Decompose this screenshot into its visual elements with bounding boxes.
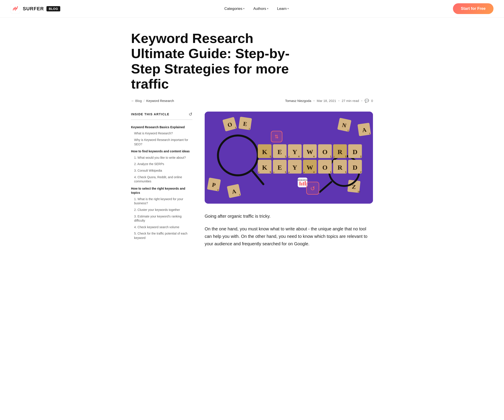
chevron-down-icon: ▾ [288,7,289,10]
comment-icon: 💬 [365,99,369,103]
svg-text:A: A [362,127,367,133]
toc-item-select-5[interactable]: 5. Check for the traffic potential of ea… [131,230,192,241]
toc-item-select-1[interactable]: 1. What is the right keyword for your bu… [131,196,192,207]
toc-section-basics[interactable]: Keyword Research Basics Explained [131,123,192,130]
scroll-to-top-icon[interactable]: ↺ [189,112,192,117]
toc-item-1[interactable]: 1. What would you like to write about? [131,155,192,161]
svg-text:4: 4 [288,171,289,173]
breadcrumb-current: Keyword Research [146,99,174,103]
svg-text:4: 4 [313,155,315,158]
toc-section-find[interactable]: How to find keywords and content ideas [131,147,192,155]
breadcrumb-blog-link[interactable]: ← Blog [131,99,142,103]
svg-text:1: 1 [334,156,335,158]
svg-text:D: D [353,164,357,171]
svg-text:Y: Y [292,164,297,171]
hero-image: O 1 E 1 N 1 A [205,112,373,204]
breadcrumb: ← Blog / Keyword Research [131,99,174,103]
toc-header: INSIDE THIS ARTICLE ↺ [131,112,192,120]
nav-learn[interactable]: Learn ▾ [274,5,292,13]
logo-text: SURFER [23,6,44,12]
toc-item-3[interactable]: 3. Consult Wikipedia [131,167,192,174]
svg-text:W: W [306,148,313,156]
article-body: INSIDE THIS ARTICLE ↺ Keyword Research B… [131,112,373,253]
svg-text:1: 1 [330,170,331,173]
svg-text:5: 5 [270,170,271,173]
nav-links: Categories ▾ Authors ▾ Learn ▾ [221,5,292,13]
start-for-free-button[interactable]: Start for Free [453,3,493,14]
svg-text:2: 2 [288,156,289,158]
read-time: 27 min read [342,99,359,103]
hero-svg: O 1 E 1 N 1 A [205,112,373,204]
svg-text:R: R [337,164,342,171]
svg-text:RESEARCH: RESEARCH [298,179,307,181]
chevron-down-icon: ▾ [243,7,245,10]
svg-rect-84 [303,182,304,185]
toc-item-select-3[interactable]: 3. Estimate your keyword's ranking diffi… [131,213,192,224]
toc-item-select-2[interactable]: 2. Cluster your keywords together [131,207,192,213]
svg-text:4: 4 [304,171,305,173]
svg-text:⇅: ⇅ [275,134,278,140]
svg-text:↺: ↺ [310,185,315,192]
nav-categories[interactable]: Categories ▾ [221,5,248,13]
svg-text:Y: Y [292,148,297,156]
surfer-logo-icon [11,4,20,14]
breadcrumb-separator: / [144,99,144,103]
article-title: Keyword Research Ultimate Guide: Step-by… [131,31,311,92]
blog-badge: BLOG [47,6,60,11]
svg-text:K: K [262,164,267,171]
svg-text:1: 1 [345,155,347,158]
article-meta-row: ← Blog / Keyword Research Tomasz Niezgod… [131,99,373,103]
svg-text:1: 1 [285,155,286,158]
toc-sidebar: INSIDE THIS ARTICLE ↺ Keyword Research B… [131,112,192,241]
comment-count: 0 [371,99,373,103]
toc-item-2[interactable]: 2. Analyze the SERPs [131,161,192,167]
intro-paragraph-1: Going after organic traffic is tricky. [205,213,373,220]
svg-text:4: 4 [298,155,300,158]
svg-rect-82 [300,182,301,185]
nav-authors[interactable]: Authors ▾ [250,5,272,13]
nav-logo-area: SURFER BLOG [11,4,60,14]
svg-text:4: 4 [313,170,315,173]
chevron-down-icon: ▾ [267,7,268,10]
svg-text:1: 1 [345,170,347,173]
svg-text:K: K [262,148,267,156]
article-info: Tomasz Niezgoda • Mar 18, 2021 • 27 min … [285,99,373,103]
toc-item-select-4[interactable]: 4. Check keyword search volume [131,224,192,231]
toc-item-why-important[interactable]: Why is Keyword Research important for SE… [131,137,192,147]
navigation: SURFER BLOG Categories ▾ Authors ▾ Learn… [0,0,504,18]
article-date: Mar 18, 2021 [317,99,336,103]
svg-text:R: R [337,148,342,156]
toc-item-what-is[interactable]: What is Keyword Research? [131,130,192,137]
svg-text:10: 10 [357,190,360,193]
svg-text:1: 1 [285,170,286,173]
svg-text:O: O [322,164,328,171]
svg-text:1: 1 [273,171,274,173]
svg-text:1: 1 [330,155,331,158]
page-container: Keyword Research Ultimate Guide: Step-by… [120,18,384,270]
svg-text:2: 2 [360,170,361,173]
svg-text:8: 8 [258,171,259,173]
intro-paragraph-2: On the one hand, you must know what to w… [205,225,373,248]
svg-text:5: 5 [270,155,271,158]
svg-text:D: D [353,148,357,156]
toc-list: Keyword Research Basics Explained What i… [131,123,192,241]
author-name: Tomasz Niezgoda [285,99,311,103]
article-main: O 1 E 1 N 1 A [205,112,373,253]
svg-text:W: W [306,164,313,171]
toc-section-select[interactable]: How to select the right keywords and top… [131,185,192,196]
svg-text:O: O [322,148,328,156]
svg-rect-85 [305,181,306,185]
svg-rect-83 [301,183,302,185]
svg-text:E: E [277,148,282,156]
article-intro: Going after organic traffic is tricky. O… [205,213,373,248]
svg-text:2: 2 [360,155,361,158]
toc-title: INSIDE THIS ARTICLE [131,112,169,116]
svg-text:E: E [277,164,282,171]
toc-item-4[interactable]: 4. Check Quora, Reddit, and online commu… [131,174,192,185]
